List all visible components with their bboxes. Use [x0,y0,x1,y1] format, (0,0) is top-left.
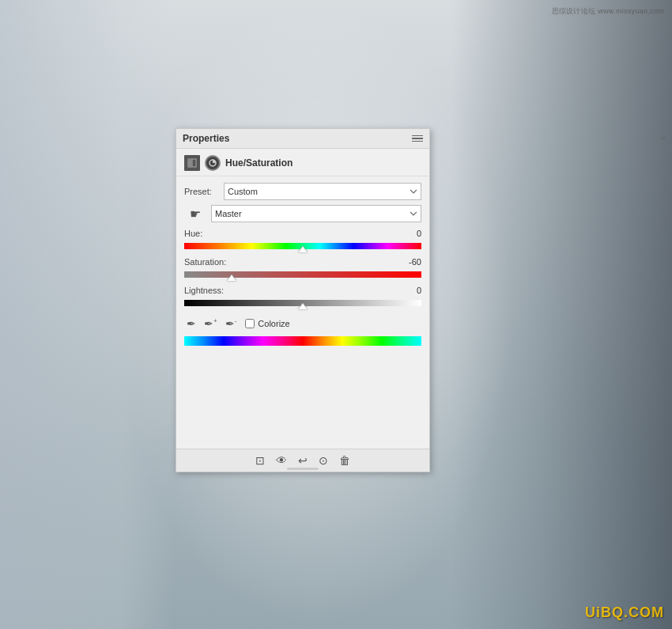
collapse-indicator[interactable]: « [661,133,666,142]
hue-thumb-inner [299,247,307,252]
lightness-track-wrap[interactable] [184,297,421,309]
tools-row: ✒ ✒+ ✒- Colorize [184,316,421,332]
view-icon[interactable]: ⊙ [319,454,328,467]
saturation-value: -60 [398,257,421,267]
properties-panel: Properties Hue/Saturation Preset: [176,128,430,472]
spectrum-bar [184,336,421,346]
add-mask-icon[interactable]: ⊡ [255,454,265,467]
panel-title: Properties [183,133,229,144]
hue-label: Hue: [184,229,202,238]
lightness-track[interactable] [184,300,421,306]
eyedropper-icon[interactable]: ✒ [184,316,198,332]
scroll-indicator [287,468,319,470]
channel-row: ☛ Master [184,205,421,222]
hs-title: Hue/Saturation [225,157,293,169]
adjustment-layer-icon [184,155,200,171]
hand-icon[interactable]: ☛ [184,207,206,222]
colorize-label[interactable]: Colorize [258,319,289,328]
svg-rect-2 [188,159,192,167]
eyedropper-add-icon[interactable]: ✒+ [202,316,220,332]
preset-row: Preset: Custom [184,183,421,200]
visibility-icon[interactable]: 👁 [276,454,287,467]
watermark-top: 思综设计论坛 www.missyuan.com [552,6,664,17]
preset-label: Preset: [184,187,219,196]
hue-sat-circle-icon [205,155,221,171]
panel-filler [184,346,421,441]
lightness-value: 0 [398,286,421,295]
delete-icon[interactable]: 🗑 [339,454,350,467]
lightness-label-row: Lightness: 0 [184,286,421,295]
saturation-track-wrap[interactable] [184,268,421,281]
lightness-thumb-inner [299,304,307,309]
saturation-label: Saturation: [184,257,226,267]
lightness-label: Lightness: [184,286,224,295]
hue-section: Hue: 0 [184,229,421,252]
colorize-row: Colorize [245,319,289,328]
colorize-checkbox[interactable] [245,319,255,328]
reset-icon[interactable]: ↩ [298,454,308,467]
preset-select[interactable]: Custom [224,183,421,200]
hue-track-wrap[interactable] [184,240,421,252]
saturation-track[interactable] [184,271,421,278]
hue-label-row: Hue: 0 [184,229,421,238]
hue-track[interactable] [184,243,421,249]
saturation-thumb-inner [228,275,236,281]
hue-value: 0 [398,229,421,238]
eyedropper-subtract-icon[interactable]: ✒- [223,316,240,332]
lightness-section: Lightness: 0 [184,286,421,309]
panel-title-controls [412,135,423,142]
saturation-section: Saturation: -60 [184,257,421,281]
panel-body: Preset: Custom ☛ Master Hue: 0 [176,176,429,449]
hs-header: Hue/Saturation [176,149,429,176]
saturation-label-row: Saturation: -60 [184,257,421,267]
watermark-bottom: UiBQ.COM [585,604,664,621]
channel-select[interactable]: Master [211,205,421,222]
panel-titlebar: Properties [176,129,429,149]
menu-icon[interactable] [412,135,423,142]
